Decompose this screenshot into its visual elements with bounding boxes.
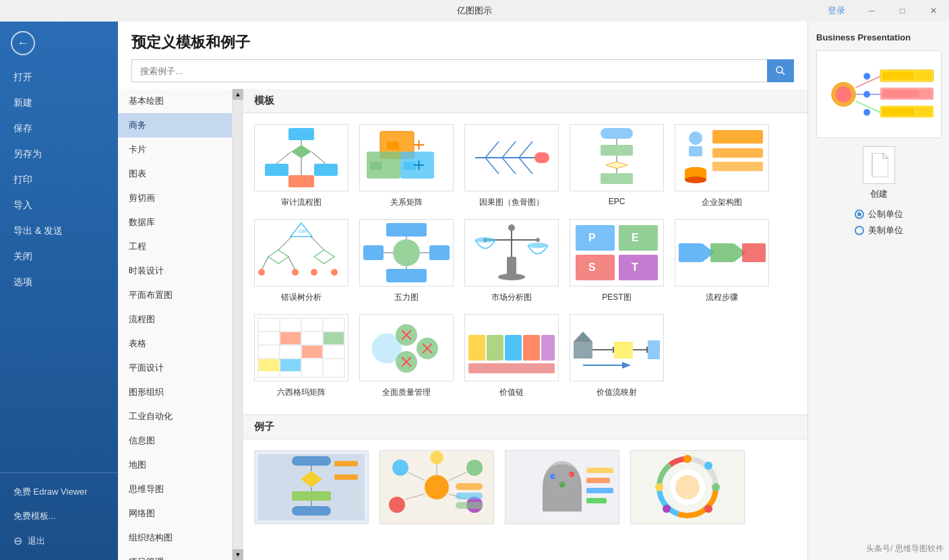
sidebar-item-print[interactable]: 打印 [0, 167, 118, 193]
template-epc[interactable]: EPC [570, 124, 664, 208]
example-item-0[interactable] [254, 450, 369, 524]
template-thumb-fishbone [464, 124, 559, 191]
sidebar-item-new[interactable]: 新建 [0, 90, 118, 116]
login-btn[interactable]: 登录 [817, 0, 856, 22]
category-database[interactable]: 数据库 [118, 210, 232, 235]
category-scrollbar[interactable]: ▲ ▼ [233, 89, 243, 560]
template-six-sigma[interactable]: 六西格玛矩阵 [254, 314, 348, 398]
maximize-btn[interactable]: □ [887, 0, 918, 22]
template-value-stream[interactable]: 价值流映射 [570, 314, 664, 398]
svg-rect-97 [710, 243, 734, 262]
category-engineering[interactable]: 工程 [118, 235, 232, 259]
example-item-1[interactable] [379, 450, 494, 524]
radio-1[interactable]: 美制单位 [855, 224, 903, 237]
example-thumb-3 [630, 450, 745, 524]
category-infographic[interactable]: 信息图 [118, 429, 232, 453]
sidebar-item-save-as[interactable]: 另存为 [0, 142, 118, 167]
svg-text:T: T [632, 261, 638, 273]
svg-point-84 [498, 274, 525, 280]
svg-rect-47 [712, 162, 763, 171]
category-map[interactable]: 地图 [118, 453, 232, 477]
category-fashion[interactable]: 时装设计 [118, 259, 232, 283]
category-floorplan[interactable]: 平面布置图 [118, 283, 232, 307]
svg-rect-35 [601, 128, 633, 139]
template-tqm[interactable]: 全面质量管理 [359, 314, 454, 398]
template-value-chain[interactable]: 价值链 [464, 314, 559, 398]
radio-label-0: 公制单位 [868, 208, 903, 220]
template-flow-steps[interactable]: 流程步骤 [675, 219, 769, 303]
svg-point-155 [392, 460, 408, 476]
svg-rect-112 [259, 359, 279, 371]
close-btn[interactable]: ✕ [918, 0, 949, 22]
search-button[interactable] [767, 59, 794, 82]
svg-point-205 [863, 73, 870, 80]
sidebar-item-close[interactable]: 关闭 [0, 244, 118, 270]
sidebar-item-options[interactable]: 选项 [0, 270, 118, 295]
example-item-2[interactable] [505, 450, 619, 524]
document-icon [869, 153, 888, 177]
template-pest[interactable]: P E S T PEST图 [570, 219, 664, 303]
radio-0[interactable]: 公制单位 [855, 208, 903, 220]
template-market-analysis[interactable]: 市场分析图 [464, 219, 559, 303]
example-thumb-2 [505, 450, 619, 524]
minimize-btn[interactable]: ─ [856, 0, 887, 22]
template-five-force[interactable]: 五力图 [359, 219, 454, 303]
category-basic[interactable]: 基本绘图 [118, 89, 232, 113]
template-label-fishbone: 因果图（鱼骨图） [479, 197, 544, 208]
template-thumb-relation-matrix [359, 124, 454, 191]
svg-point-43 [689, 131, 702, 145]
category-org[interactable]: 图形组织 [118, 380, 232, 404]
svg-rect-212 [915, 90, 931, 98]
template-thumb-enterprise-arch [675, 124, 769, 191]
category-chart[interactable]: 图表 [118, 162, 232, 186]
example-item-3[interactable] [630, 450, 745, 524]
category-mindmap[interactable]: 思维导图 [118, 477, 232, 501]
template-thumb-epc [570, 124, 664, 191]
sidebar-item-save[interactable]: 保存 [0, 116, 118, 142]
create-button[interactable]: 创建 [863, 146, 895, 200]
template-label-flow-steps: 流程步骤 [706, 292, 738, 303]
category-network[interactable]: 网络图 [118, 501, 232, 526]
svg-point-157 [389, 497, 405, 513]
svg-rect-46 [712, 148, 763, 158]
svg-point-189 [704, 462, 712, 470]
template-fault-tree[interactable]: OR 错误树分析 [254, 219, 348, 303]
template-enterprise-arch[interactable]: 企业架构图 [675, 124, 769, 208]
sidebar-item-import[interactable]: 导入 [0, 193, 118, 218]
template-fishbone[interactable]: 因果图（鱼骨图） [464, 124, 559, 208]
window-controls: 登录 ─ □ ✕ [817, 0, 949, 22]
sidebar-bottom-edraw-viewer[interactable]: 免费 Edraw Viewer [0, 480, 118, 504]
scroll-down-btn[interactable]: ▼ [233, 549, 243, 560]
category-clip[interactable]: 剪切画 [118, 186, 232, 210]
sidebar-item-open[interactable]: 打开 [0, 65, 118, 90]
sidebar-bottom: 免费 Edraw Viewer免费模板...⊖退出 [0, 472, 118, 560]
category-industrial[interactable]: 工业自动化 [118, 404, 232, 429]
svg-point-154 [425, 475, 449, 499]
svg-point-187 [675, 475, 700, 499]
category-flowchart[interactable]: 流程图 [118, 307, 232, 332]
template-audit-flow[interactable]: 审计流程图 [254, 124, 348, 208]
search-input[interactable] [131, 59, 767, 82]
category-project[interactable]: 项目管理 [118, 550, 232, 560]
svg-rect-95 [679, 243, 702, 262]
svg-rect-128 [523, 335, 540, 361]
category-card[interactable]: 卡片 [118, 137, 232, 162]
category-graphic[interactable]: 平面设计 [118, 356, 232, 380]
svg-point-169 [545, 461, 579, 495]
sidebar-bottom-exit[interactable]: ⊖退出 [0, 528, 118, 553]
scroll-thumb [233, 100, 243, 549]
sidebar-bottom-free-templates[interactable]: 免费模板... [0, 504, 118, 528]
preview-image [816, 51, 942, 138]
preview-actions: 创建 公制单位美制单位 [816, 146, 941, 237]
back-button[interactable]: ← [11, 31, 35, 55]
scroll-up-btn[interactable]: ▲ [233, 89, 243, 100]
template-relation-matrix[interactable]: 关系矩阵 [359, 124, 454, 208]
svg-point-204 [836, 86, 852, 102]
svg-rect-127 [505, 335, 522, 361]
sidebar-item-export[interactable]: 导出 & 发送 [0, 218, 118, 244]
category-business[interactable]: 商务 [118, 113, 232, 137]
category-orgchart[interactable]: 组织结构图 [118, 526, 232, 550]
category-table[interactable]: 表格 [118, 332, 232, 356]
preview-panel: Business Presentation [807, 22, 949, 560]
svg-rect-213 [915, 108, 931, 116]
